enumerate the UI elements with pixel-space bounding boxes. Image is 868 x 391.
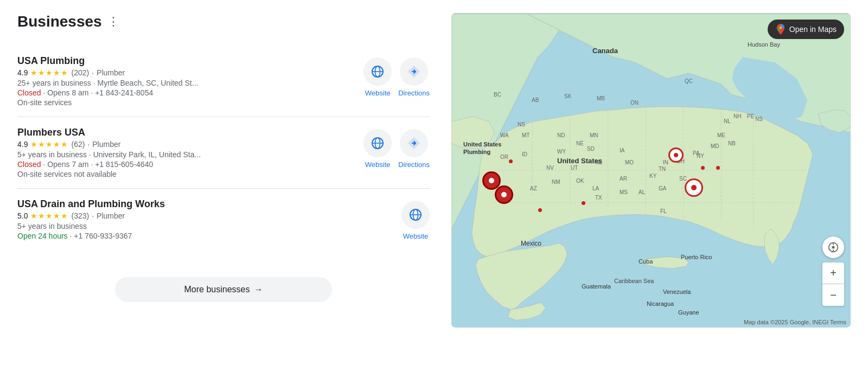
business-item: USA Drain and Plumbing Works 5.0 ★★★★★ (…	[17, 189, 430, 251]
rating-number: 5.0	[17, 211, 28, 220]
map-dot-5	[716, 166, 720, 170]
business-status-row: Closed · Opens 7 am · +1 815-605-4640	[17, 160, 355, 169]
review-count: (62)	[71, 140, 85, 149]
globe-icon	[409, 208, 422, 221]
compass-icon	[828, 242, 839, 253]
stars: ★★★★★	[30, 140, 68, 149]
directions-label: Directions	[398, 161, 430, 169]
business-info: USA Plumbing 4.9 ★★★★★ (202) · Plumber 2…	[17, 55, 355, 107]
more-businesses-arrow: →	[254, 285, 263, 294]
business-type: Plumber	[97, 211, 125, 220]
business-info: Plumbers USA 4.9 ★★★★★ (62) · Plumber 5+…	[17, 127, 355, 178]
map-controls: + −	[822, 236, 844, 306]
directions-icon	[407, 65, 420, 78]
zoom-in-icon: +	[830, 267, 837, 279]
map-pin-3	[668, 148, 684, 163]
map-svg	[451, 13, 851, 328]
business-status-row: Closed · Opens 8 am · +1 843-241-8054	[17, 88, 355, 97]
business-rating-row: 4.9 ★★★★★ (202) · Plumber	[17, 68, 355, 77]
business-type: Plumber	[97, 68, 125, 77]
map-pin-2	[495, 185, 513, 204]
business-info: USA Drain and Plumbing Works 5.0 ★★★★★ (…	[17, 198, 393, 241]
page-title: Businesses	[17, 13, 102, 30]
business-top-row: USA Plumbing 4.9 ★★★★★ (202) · Plumber 2…	[17, 55, 430, 107]
globe-icon	[371, 65, 384, 78]
business-meta: 25+ years in business · Myrtle Beach, SC…	[17, 79, 355, 87]
business-list: USA Plumbing 4.9 ★★★★★ (202) · Plumber 2…	[17, 46, 430, 251]
business-name: Plumbers USA	[17, 127, 355, 138]
header-row: Businesses ⋮	[17, 13, 430, 30]
map-panel[interactable]: Canada Hudson Bay United States United S…	[451, 13, 851, 328]
action-buttons: Website	[401, 198, 430, 240]
directions-button[interactable]: Directions	[398, 129, 430, 169]
more-businesses-button[interactable]: More businesses →	[115, 277, 332, 302]
website-button[interactable]: Website	[363, 129, 392, 169]
open-status: Open 24 hours	[17, 232, 68, 240]
action-buttons: Website Directions	[363, 55, 430, 97]
closed-status: Closed	[17, 160, 41, 169]
website-icon-circle	[363, 57, 392, 86]
website-label: Website	[403, 232, 429, 240]
compass-button[interactable]	[822, 236, 844, 258]
website-icon-circle	[401, 201, 430, 229]
business-name: USA Plumbing	[17, 55, 355, 67]
open-in-maps-label: Open in Maps	[789, 25, 837, 34]
business-item: Plumbers USA 4.9 ★★★★★ (62) · Plumber 5+…	[17, 117, 430, 189]
stars: ★★★★★	[30, 211, 68, 220]
closed-status: Closed	[17, 88, 41, 97]
rating-number: 4.9	[17, 140, 28, 149]
website-icon-circle	[363, 129, 392, 157]
review-count: (202)	[71, 68, 89, 77]
more-businesses-label: More businesses	[184, 285, 250, 294]
zoom-in-button[interactable]: +	[822, 262, 844, 284]
review-count: (323)	[71, 211, 89, 220]
business-meta: 5+ years in business · University Park, …	[17, 150, 355, 159]
google-maps-icon	[775, 24, 786, 35]
map-attribution: Map data ©2025 Google, INEGI Terms	[744, 319, 846, 325]
business-name: USA Drain and Plumbing Works	[17, 198, 393, 210]
svg-point-20	[832, 246, 835, 249]
business-services: On-site services	[17, 98, 355, 107]
map-container[interactable]: Canada Hudson Bay United States United S…	[451, 13, 851, 328]
business-type: Plumber	[92, 140, 120, 149]
business-top-row: Plumbers USA 4.9 ★★★★★ (62) · Plumber 5+…	[17, 127, 430, 178]
stars: ★★★★★	[30, 68, 68, 77]
zoom-out-icon: −	[830, 289, 837, 302]
zoom-out-button[interactable]: −	[822, 284, 844, 306]
business-status-row: Open 24 hours · +1 760-933-9367	[17, 232, 393, 240]
action-buttons: Website Directions	[363, 127, 430, 169]
directions-icon	[407, 137, 420, 150]
directions-label: Directions	[398, 89, 430, 97]
business-meta: 5+ years in business	[17, 222, 393, 230]
map-dot-1	[509, 159, 513, 163]
open-in-maps-button[interactable]: Open in Maps	[768, 20, 844, 39]
website-label: Website	[365, 89, 391, 97]
map-dot-2	[538, 208, 542, 212]
business-rating-row: 5.0 ★★★★★ (323) · Plumber	[17, 211, 393, 220]
map-dot-4	[701, 166, 705, 170]
business-item: USA Plumbing 4.9 ★★★★★ (202) · Plumber 2…	[17, 46, 430, 117]
more-options-icon[interactable]: ⋮	[107, 16, 119, 28]
directions-icon-circle	[400, 57, 428, 86]
more-businesses-wrapper: More businesses →	[17, 264, 430, 302]
left-panel: Businesses ⋮ USA Plumbing 4.9 ★★★★★ (202…	[17, 13, 430, 302]
map-pin-4	[685, 178, 703, 197]
map-dot-3	[582, 201, 585, 205]
website-button[interactable]: Website	[363, 57, 392, 97]
business-services: On-site services not available	[17, 170, 355, 178]
directions-icon-circle	[400, 129, 428, 157]
business-top-row: USA Drain and Plumbing Works 5.0 ★★★★★ (…	[17, 198, 430, 241]
business-rating-row: 4.9 ★★★★★ (62) · Plumber	[17, 140, 355, 149]
website-label: Website	[365, 161, 391, 169]
directions-button[interactable]: Directions	[398, 57, 430, 97]
rating-number: 4.9	[17, 68, 28, 77]
globe-icon	[371, 137, 384, 150]
website-button[interactable]: Website	[401, 201, 430, 240]
